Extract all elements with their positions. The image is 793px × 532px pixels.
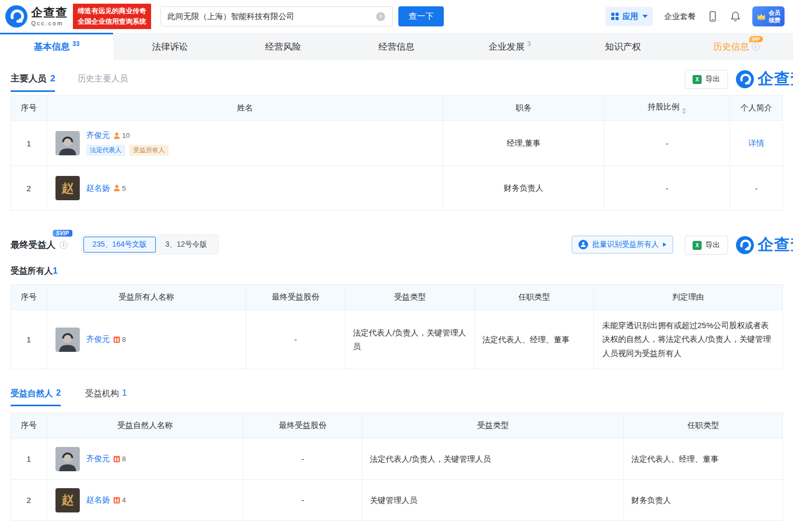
judgment-reason-cell: 未能穿透识别出拥有或超过25%公司股权或者表决权的自然人，将法定代表人/负责人，… [594, 310, 783, 369]
col-natural-person-name: 受益自然人名称 [47, 413, 244, 438]
shares-cell: - [244, 480, 362, 521]
tab-basic-info-count: 33 [72, 40, 79, 48]
person-photo-avatar [55, 131, 80, 155]
vip-line2: 续费 [769, 16, 780, 24]
qcc-logo-icon [5, 5, 27, 27]
beneficiary-sub-tabs: 受益自然人 2 受益机构 1 [11, 388, 782, 406]
tab-history-info[interactable]: VIP 历史信息 i [680, 33, 793, 60]
tab-intellectual-property[interactable]: 知识产权 [566, 33, 679, 60]
related-companies-badge[interactable]: 10 [113, 132, 129, 139]
person-name-link[interactable]: 齐俊元 [86, 454, 110, 464]
tab-enterprise-development-count: 3 [527, 40, 531, 48]
share-ratio-cell: - [604, 121, 730, 166]
qcc-watermark: 企查查 [736, 234, 793, 256]
tab-operating-info[interactable]: 经营信息 [340, 33, 453, 60]
col-no: 序号 [11, 285, 47, 310]
person-name-link[interactable]: 赵名扬 [86, 495, 110, 505]
brand-slogan: 缔造有远见的商业传奇 全国企业信用查询系统 [73, 4, 151, 29]
export-button[interactable]: X 导出 [685, 236, 728, 255]
profile-cell: - [730, 166, 783, 211]
excel-icon: X [693, 75, 702, 84]
crown-icon [757, 13, 766, 20]
search-bar: × 查一下 [161, 6, 444, 26]
info-icon: i [60, 241, 68, 249]
export-button[interactable]: X 导出 [685, 70, 728, 89]
notification-bell-icon[interactable] [730, 11, 741, 22]
related-companies-badge[interactable]: 4 [113, 496, 126, 504]
benefit-type-cell: 关键管理人员 [362, 480, 624, 521]
toggle-decree-3-12[interactable]: 3、12号令版 [156, 237, 217, 252]
person-photo-avatar [55, 447, 80, 471]
qcc-watermark-icon [736, 70, 754, 88]
main-tab-bar: 基本信息 33 法律诉讼 经营风险 经营信息 企业发展 3 知识产权 VIP 历… [0, 33, 793, 60]
person-name-link[interactable]: 齐俊元 [86, 130, 110, 141]
vip-line1: 会员 [769, 9, 780, 16]
position-cell: 经理,董事 [443, 121, 604, 166]
position-cell: 财务负责人 [443, 166, 604, 211]
tab-beneficial-natural-person[interactable]: 受益自然人 2 [11, 388, 61, 406]
text-avatar: 赵 [55, 488, 80, 512]
org-badge-icon [113, 336, 120, 343]
job-type-cell: 法定代表人、经理、董事 [475, 310, 594, 369]
related-companies-badge[interactable]: 5 [113, 184, 126, 192]
ultimate-beneficiary-header-row: SVIP 最终受益人 i 235、164号文版 3、12号令版 批量识别受益所有… [11, 234, 782, 255]
related-companies-badge[interactable]: 8 [113, 455, 126, 463]
mobile-phone-icon[interactable] [707, 11, 719, 22]
key-personnel-table: 序号 姓名 职务 持股比例 个人简介 1 [11, 95, 783, 211]
qcc-logo[interactable]: 企查查 Qcc.com [5, 5, 68, 27]
info-icon: i [752, 43, 760, 51]
person-name-link[interactable]: 赵名扬 [86, 183, 110, 193]
top-bar: 企查查 Qcc.com 缔造有远见的商业传奇 全国企业信用查询系统 × 查一下 … [0, 0, 793, 33]
toggle-doc-235-164[interactable]: 235、164号文版 [83, 237, 156, 253]
col-profile: 个人简介 [730, 96, 783, 121]
detail-link[interactable]: 详情 [749, 138, 764, 147]
col-no: 序号 [11, 96, 47, 121]
tab-basic-info[interactable]: 基本信息 33 [0, 33, 113, 60]
table-row: 1 齐俊元 10 [11, 121, 783, 166]
qcc-watermark-icon [736, 236, 754, 254]
share-ratio-cell: - [604, 166, 730, 211]
search-button[interactable]: 查一下 [398, 6, 444, 26]
person-badge-icon [113, 132, 120, 139]
tab-historical-key-personnel[interactable]: 历史主要人员 [77, 73, 128, 92]
tab-legal-litigation[interactable]: 法律诉讼 [113, 33, 226, 60]
table-header-row: 序号 受益所有人名称 最终受益股份 受益类型 任职类型 判定理由 [11, 285, 783, 310]
legal-rep-tag: 法定代表人 [86, 145, 125, 156]
table-row: 2 赵 赵名扬 4 - [11, 480, 783, 521]
batch-identify-button[interactable]: 批量识别受益所有人 [572, 236, 673, 254]
key-personnel-count: 2 [50, 73, 55, 84]
shares-cell: - [246, 310, 346, 369]
enterprise-package-link[interactable]: 企业套餐 [664, 12, 696, 22]
table-header-row: 序号 受益自然人名称 最终受益股份 受益类型 任职类型 [11, 413, 783, 438]
col-no: 序号 [11, 413, 47, 438]
content-area: 主要人员 2 历史主要人员 X 导出 企查查 序号 姓名 职务 [0, 67, 793, 521]
clear-search-icon[interactable]: × [376, 12, 385, 21]
beneficial-owner-tag: 受益所有人 [129, 145, 169, 156]
col-position: 职务 [443, 96, 604, 121]
vip-renew-button[interactable]: 会员 续费 [752, 6, 785, 27]
tab-beneficial-institution[interactable]: 受益机构 1 [85, 388, 127, 406]
col-owner-name: 受益所有人名称 [47, 285, 246, 310]
qcc-company-page: 企查查 Qcc.com 缔造有远见的商业传奇 全国企业信用查询系统 × 查一下 … [0, 0, 793, 532]
related-companies-badge[interactable]: 8 [113, 335, 126, 343]
app-menu-button[interactable]: 应用 [605, 7, 653, 26]
table-header-row: 序号 姓名 职务 持股比例 个人简介 [11, 96, 783, 121]
version-toggle-group: 235、164号文版 3、12号令版 [81, 235, 219, 255]
text-avatar: 赵 [55, 176, 80, 200]
tab-key-personnel[interactable]: 主要人员 2 [11, 72, 55, 92]
person-badge-icon [113, 184, 120, 192]
sort-icon[interactable] [682, 108, 686, 114]
slogan-line1: 缔造有远见的商业传奇 [78, 6, 146, 16]
col-share-ratio: 持股比例 [604, 96, 730, 121]
top-right-nav: 应用 企业套餐 会员 续费 [605, 0, 785, 33]
job-type-cell: 法定代表人、经理、董事 [624, 438, 783, 480]
tab-operating-risk[interactable]: 经营风险 [227, 33, 340, 60]
batch-identify-icon [579, 240, 588, 249]
key-personnel-header-row: 主要人员 2 历史主要人员 X 导出 企查查 [11, 67, 782, 92]
beneficial-natural-table: 序号 受益自然人名称 最终受益股份 受益类型 任职类型 1 齐俊元 [11, 413, 783, 521]
shares-cell: - [244, 438, 362, 480]
person-name-link[interactable]: 齐俊元 [86, 334, 110, 344]
tab-enterprise-development[interactable]: 企业发展 3 [453, 33, 566, 60]
search-input[interactable] [161, 6, 393, 26]
beneficial-owner-count: 1 [53, 266, 58, 275]
